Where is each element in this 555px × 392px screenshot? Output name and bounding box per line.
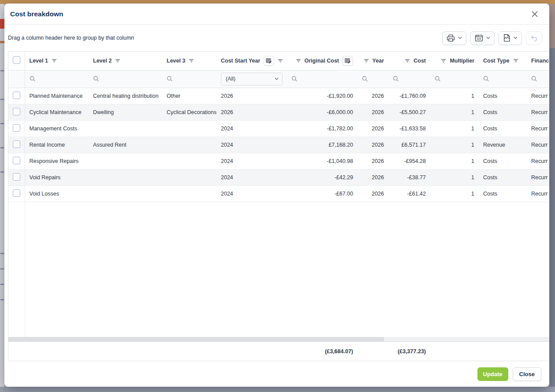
image-file-icon bbox=[503, 34, 510, 42]
header-row: Level 1 Level 2 bbox=[8, 52, 549, 70]
filter-input-cost-type[interactable] bbox=[483, 76, 516, 82]
filter-input-finance[interactable] bbox=[531, 76, 549, 82]
cost-breakdown-grid: Level 1 Level 2 bbox=[8, 51, 549, 361]
search-icon bbox=[483, 76, 489, 82]
header-filter-icon[interactable] bbox=[115, 59, 120, 63]
filter-row: (All) bbox=[8, 70, 549, 88]
code-window-icon bbox=[475, 34, 483, 42]
search-icon bbox=[531, 76, 537, 82]
printer-icon bbox=[447, 34, 455, 42]
filter-input-level3[interactable] bbox=[167, 76, 212, 82]
row-checkbox[interactable] bbox=[13, 92, 20, 99]
search-icon bbox=[167, 76, 173, 82]
background-page-left-edge bbox=[0, 4, 4, 387]
row-checkbox[interactable] bbox=[13, 157, 20, 164]
table-row[interactable]: Void Losses 2024 -£67.00 2026 -£61.42 1 … bbox=[8, 185, 549, 202]
column-header-cost-type[interactable]: Cost Type bbox=[479, 52, 521, 70]
chevron-down-icon bbox=[486, 37, 490, 39]
filter-select-value: (All) bbox=[226, 76, 235, 82]
column-header-year[interactable]: Year bbox=[358, 52, 388, 70]
header-filter-icon[interactable] bbox=[296, 59, 301, 63]
search-icon bbox=[393, 76, 399, 82]
row-checkbox[interactable] bbox=[13, 108, 20, 115]
filter-input-cost[interactable] bbox=[393, 76, 426, 82]
row-checkbox[interactable] bbox=[13, 189, 20, 197]
grid-toolbar: Drag a column header here to group by th… bbox=[8, 25, 549, 51]
column-header-finance[interactable]: Financ bbox=[521, 52, 549, 70]
column-header-original-cost[interactable]: Original Cost bbox=[287, 52, 358, 70]
filter-select-cost-start-year[interactable]: (All) bbox=[221, 73, 283, 85]
export-code-button[interactable] bbox=[470, 31, 495, 45]
export-image-button[interactable] bbox=[499, 31, 522, 45]
column-header-level2[interactable]: Level 2 bbox=[89, 52, 162, 70]
row-checkbox[interactable] bbox=[13, 124, 20, 132]
search-icon bbox=[291, 76, 298, 82]
table-row[interactable]: Responsive Repairs 2024 -£1,040.98 2026 … bbox=[8, 153, 549, 169]
search-icon bbox=[30, 76, 36, 82]
horizontal-scrollbar[interactable] bbox=[8, 337, 549, 341]
summary-row: (£3,684.07) (£3,377.23) bbox=[8, 341, 549, 361]
search-icon bbox=[93, 76, 99, 82]
table-row[interactable]: Planned Maintenance Central heating dist… bbox=[8, 88, 549, 104]
chevron-down-icon bbox=[514, 37, 518, 39]
close-icon bbox=[532, 11, 538, 17]
search-icon bbox=[362, 76, 368, 82]
chevron-down-icon bbox=[458, 37, 462, 39]
filter-input-level1[interactable] bbox=[30, 76, 85, 82]
total-cost: (£3,377.23) bbox=[388, 342, 430, 361]
dialog-header: Cost breakdown bbox=[4, 4, 549, 25]
close-button[interactable]: Close bbox=[513, 367, 541, 381]
column-header-cost[interactable]: Cost bbox=[388, 52, 430, 70]
header-filter-icon[interactable] bbox=[189, 59, 194, 63]
column-header-multiplier[interactable]: Multiplier bbox=[430, 52, 479, 70]
edit-grid-icon[interactable] bbox=[264, 56, 274, 66]
edit-grid-icon[interactable] bbox=[343, 56, 353, 66]
header-filter-icon[interactable] bbox=[513, 59, 518, 63]
grid-empty-area bbox=[8, 202, 549, 337]
filter-input-level2[interactable] bbox=[93, 76, 158, 82]
filter-input-multiplier[interactable] bbox=[435, 76, 474, 82]
print-button[interactable] bbox=[442, 31, 466, 45]
dialog-footer: Update Close bbox=[8, 361, 549, 387]
undo-icon bbox=[530, 34, 538, 41]
page-title: Cost breakdown bbox=[10, 10, 63, 18]
total-original-cost: (£3,684.07) bbox=[287, 342, 358, 361]
select-all-checkbox[interactable] bbox=[13, 56, 20, 64]
row-checkbox[interactable] bbox=[13, 173, 20, 181]
table-row[interactable]: Void Repairs 2024 -£42.29 2026 -£38.77 1… bbox=[8, 169, 549, 185]
table-row[interactable]: Management Costs 2024 -£1,782.00 2026 -£… bbox=[8, 120, 549, 137]
row-checkbox[interactable] bbox=[13, 141, 20, 148]
update-button[interactable]: Update bbox=[477, 367, 508, 381]
cost-breakdown-dialog: Cost breakdown Drag a column header here… bbox=[4, 4, 549, 387]
background-orange-bar-fragment bbox=[0, 41, 4, 43]
chevron-down-icon bbox=[275, 78, 279, 80]
column-header-level3[interactable]: Level 3 bbox=[162, 52, 216, 70]
header-filter-icon[interactable] bbox=[52, 59, 57, 63]
background-red-heading-fragment bbox=[0, 19, 4, 29]
column-header-level1[interactable]: Level 1 bbox=[25, 52, 89, 70]
background-page-right-edge bbox=[549, 4, 555, 387]
header-filter-icon[interactable] bbox=[405, 59, 410, 63]
table-row[interactable]: Rental Income Assured Rent 2024 £7,168.2… bbox=[8, 137, 549, 153]
background-overlay-bottom bbox=[0, 387, 555, 392]
filter-input-original-cost[interactable] bbox=[291, 76, 353, 82]
horizontal-scrollbar-thumb[interactable] bbox=[8, 337, 384, 341]
dialog-body: Drag a column header here to group by th… bbox=[4, 25, 549, 387]
search-icon bbox=[435, 76, 441, 82]
group-panel-hint: Drag a column header here to group by th… bbox=[8, 35, 134, 41]
header-filter-icon[interactable] bbox=[364, 59, 369, 63]
toolbar-buttons bbox=[442, 31, 542, 45]
close-dialog-button[interactable] bbox=[529, 8, 540, 20]
undo-button[interactable] bbox=[526, 31, 542, 45]
filter-input-year[interactable] bbox=[362, 76, 384, 82]
header-filter-icon[interactable] bbox=[441, 59, 446, 63]
header-filter-icon[interactable] bbox=[278, 59, 283, 63]
table-row[interactable]: Cyclical Maintenance Dwelling Cyclical D… bbox=[8, 104, 549, 120]
column-header-cost-start-year[interactable]: Cost Start Year bbox=[216, 52, 287, 70]
